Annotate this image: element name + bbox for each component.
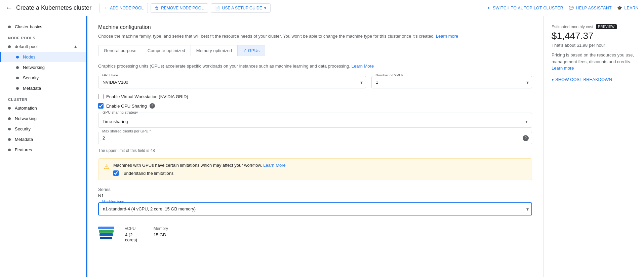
dot-icon	[8, 117, 11, 120]
nav-action-buttons: ＋ ADD NODE POOL 🗑 REMOVE NODE POOL 📄 USE…	[99, 3, 487, 13]
node-pools-section-label: NODE POOLS	[0, 32, 86, 41]
autopilot-icon: ✦	[487, 6, 491, 10]
cost-per-hour: That's about $1.98 per hour	[552, 43, 636, 48]
remove-node-pool-button[interactable]: 🗑 REMOVE NODE POOL	[151, 3, 208, 13]
help-icon[interactable]: ?	[150, 103, 155, 109]
cost-panel: Estimated monthly cost PREVIEW $1,447.37…	[543, 16, 644, 277]
gpu-count-field: Number of GPUs 1 2 4 8 ▾	[371, 76, 532, 88]
top-navigation: ← Create a Kubernetes cluster ＋ ADD NODE…	[0, 0, 644, 16]
sidebar-item-nodes[interactable]: Nodes	[0, 52, 86, 62]
vcpu-value: 4 (2 cores)	[125, 232, 143, 242]
cluster-section-label: CLUSTER	[0, 93, 86, 103]
dot-icon	[8, 138, 11, 141]
series-label: Series	[98, 187, 532, 192]
nav-right-actions: ✦ SWITCH TO AUTOPILOT CLUSTER 💬 HELP ASS…	[487, 6, 639, 10]
dot-icon	[8, 107, 11, 110]
help-icon[interactable]: ?	[523, 135, 529, 141]
cost-amount: $1,447.37	[552, 31, 636, 41]
sidebar-item-default-pool[interactable]: default-pool ▲	[0, 41, 86, 52]
chevron-up-icon: ▲	[73, 44, 78, 49]
virtual-workstation-label: Enable Virtual Workstation (NVIDIA GRID)	[106, 94, 188, 99]
resource-table: vCPU 4 (2 cores) Memory 15 GB	[120, 224, 176, 245]
gpu-type-select[interactable]: NVIDIA V100	[98, 76, 366, 88]
tab-compute-optimized[interactable]: Compute optimized	[142, 45, 191, 56]
gpu-type-field: GPU type NVIDIA V100 ▾	[98, 76, 366, 88]
chat-icon: 💬	[569, 6, 574, 10]
virtual-workstation-checkbox[interactable]	[98, 94, 104, 99]
chevron-down-icon: ▾	[552, 77, 554, 82]
dot-icon	[8, 149, 11, 151]
trash-icon: 🗑	[155, 6, 159, 10]
help-assistant-button[interactable]: 💬 HELP ASSISTANT	[569, 6, 612, 10]
tab-gpus[interactable]: ✓ GPUs	[238, 45, 265, 56]
series-value: N1	[98, 193, 532, 198]
guide-icon: 📄	[215, 6, 220, 10]
gpu-sharing-checkbox[interactable]	[98, 103, 104, 109]
main-content: Machine configuration Choose the machine…	[87, 16, 543, 277]
gpu-count-select-wrap: 1 2 4 8 ▾	[371, 76, 532, 88]
sidebar-item-security-pool[interactable]: Security	[0, 73, 86, 83]
dot-icon	[16, 87, 19, 90]
sidebar: Cluster basics NODE POOLS default-pool ▲…	[0, 16, 86, 277]
virtual-workstation-row: Enable Virtual Workstation (NVIDIA GRID)	[98, 94, 532, 99]
dot-icon	[16, 56, 19, 58]
add-node-pool-button[interactable]: ＋ ADD NODE POOL	[99, 3, 148, 13]
sidebar-item-automation[interactable]: Automation	[0, 103, 86, 113]
page-title: Create a Kubernetes cluster	[16, 4, 91, 11]
learn-button[interactable]: 🎓 LEARN	[617, 6, 639, 10]
machine-type-wrap: Machine type n1-standard-4 (4 vCPU, 2 co…	[98, 202, 532, 215]
understand-label: I understand the limitations	[121, 171, 173, 176]
sidebar-item-metadata-pool[interactable]: Metadata	[0, 83, 86, 93]
max-clients-hint: The upper limit of this field is 48	[98, 148, 532, 153]
gpu-sharing-row: Enable GPU Sharing ?	[98, 103, 532, 109]
vcpu-col: vCPU 4 (2 cores)	[120, 224, 148, 245]
chevron-down-icon: ▾	[525, 119, 528, 124]
section-description: Choose the machine family, type, and ser…	[98, 33, 532, 40]
dot-icon	[8, 128, 11, 130]
resource-info-row: vCPU 4 (2 cores) Memory 15 GB	[98, 221, 532, 245]
add-icon: ＋	[104, 5, 108, 11]
warning-learn-more-link[interactable]: Learn More	[263, 163, 285, 168]
dot-icon	[8, 26, 11, 28]
back-button[interactable]: ←	[5, 4, 12, 12]
sidebar-item-security-cluster[interactable]: Security	[0, 124, 86, 134]
preview-badge: PREVIEW	[596, 24, 617, 29]
tab-general-purpose[interactable]: General purpose	[98, 45, 142, 56]
learn-icon: 🎓	[617, 6, 622, 10]
strategy-value-row: Time-sharing ▾	[98, 117, 532, 127]
understand-row: I understand the limitations	[113, 170, 526, 176]
gpu-sharing-label: Enable GPU Sharing	[106, 104, 147, 109]
sidebar-item-networking-pool[interactable]: Networking	[0, 62, 86, 73]
series-section: Series N1	[98, 187, 532, 198]
chevron-down-icon: ▾	[264, 6, 266, 10]
sidebar-item-metadata-cluster[interactable]: Metadata	[0, 134, 86, 145]
machine-type-select-wrap: n1-standard-4 (4 vCPU, 2 core, 15 GB mem…	[98, 202, 532, 215]
cost-label: Estimated monthly cost PREVIEW	[552, 24, 636, 29]
max-clients-label: Max shared clients per GPU *	[101, 129, 152, 133]
dot-icon	[8, 45, 11, 48]
page-layout: Cluster basics NODE POOLS default-pool ▲…	[0, 16, 644, 277]
gpu-count-select[interactable]: 1 2 4 8	[371, 76, 532, 88]
sidebar-item-networking-cluster[interactable]: Networking	[0, 113, 86, 124]
section-learn-more-link[interactable]: Learn more	[436, 34, 458, 39]
tab-memory-optimized[interactable]: Memory optimized	[191, 45, 238, 56]
gpu-learn-more-link[interactable]: Learn More	[352, 64, 374, 69]
switch-autopilot-button[interactable]: ✦ SWITCH TO AUTOPILOT CLUSTER	[487, 6, 563, 10]
sidebar-item-features[interactable]: Features	[0, 145, 86, 155]
warning-icon: ⚠	[104, 163, 109, 170]
cost-learn-more-link[interactable]: Learn more	[552, 66, 574, 71]
use-setup-guide-button[interactable]: 📄 USE A SETUP GUIDE ▾	[211, 3, 271, 13]
show-cost-breakdown-button[interactable]: ▾ SHOW COST BREAKDOWN	[552, 77, 636, 82]
gpu-config-row: GPU type NVIDIA V100 ▾ Number of GPUs 1 …	[98, 76, 532, 88]
gpu-sharing-strategy-box: GPU sharing strategy Time-sharing ▾	[98, 113, 532, 128]
gpu-type-select-wrap: NVIDIA V100 ▾	[98, 76, 366, 88]
understand-checkbox[interactable]	[113, 170, 119, 176]
machine-type-select[interactable]: n1-standard-4 (4 vCPU, 2 core, 15 GB mem…	[98, 202, 532, 215]
max-clients-input[interactable]	[98, 132, 532, 144]
gpu-warning-box: ⚠ Machines with GPUs have certain limita…	[98, 158, 532, 180]
dot-icon	[16, 66, 19, 69]
section-title: Machine configuration	[98, 24, 532, 30]
cost-description: Pricing is based on the resources you us…	[552, 52, 636, 72]
vcpu-header: vCPU	[125, 226, 143, 231]
sidebar-item-cluster-basics[interactable]: Cluster basics	[0, 22, 86, 32]
